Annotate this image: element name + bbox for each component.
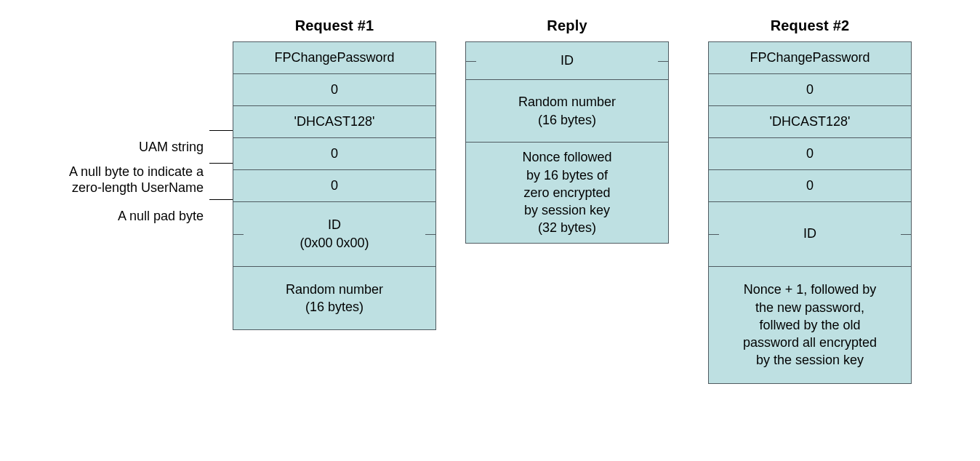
reply-stack: ID Random number (16 bytes) Nonce follow… (465, 41, 669, 244)
request2-row-zero2: 0 (709, 138, 911, 170)
annotation-nullpad: A null pad byte (118, 191, 204, 241)
request2-row-zero1: 0 (709, 74, 911, 106)
request1-row-cmd: FPChangePassword (233, 42, 435, 74)
request2-row-nonce: Nonce + 1, followed by the new password,… (709, 267, 911, 383)
reply-column: Reply ID Random number (16 bytes) Nonce … (465, 17, 669, 244)
request1-row-zero3: 0 (233, 170, 435, 202)
request1-row-zero2: 0 (233, 138, 435, 170)
request1-title: Request #1 (295, 17, 374, 34)
request1-row-uam: 'DHCAST128' (233, 106, 435, 138)
request2-row-uam: 'DHCAST128' (709, 106, 911, 138)
annotation-nullpad-text: A null pad byte (118, 209, 204, 223)
request2-title: Request #2 (771, 17, 850, 34)
reply-title: Reply (547, 17, 587, 34)
reply-row-id: ID (466, 42, 668, 80)
annotation-line (209, 130, 233, 131)
annotation-line (209, 163, 233, 164)
request1-row-zero1: 0 (233, 74, 435, 106)
annotation-line (209, 199, 233, 200)
request2-column: Request #2 FPChangePassword 0 'DHCAST128… (708, 17, 912, 384)
request2-row-id: ID (709, 201, 911, 267)
request2-row-zero3: 0 (709, 170, 911, 202)
request1-stack: FPChangePassword 0 'DHCAST128' 0 0 ID (0… (233, 41, 436, 330)
annotation-nullbyte-text: A null byte to indicate a zero-length Us… (69, 164, 204, 196)
reply-row-rand: Random number (16 bytes) (466, 80, 668, 143)
request1-column: Request #1 FPChangePassword 0 'DHCAST128… (233, 17, 436, 330)
request2-stack: FPChangePassword 0 'DHCAST128' 0 0 ID No… (708, 41, 912, 384)
request2-row-cmd: FPChangePassword (709, 42, 911, 74)
diagram-root: UAM string A null byte to indicate a zer… (0, 17, 980, 384)
request1-row-id: ID (0x00 0x00) (233, 201, 435, 267)
request1-row-rand: Random number (16 bytes) (233, 267, 435, 329)
reply-row-nonce: Nonce followed by 16 bytes of zero encry… (466, 143, 668, 243)
